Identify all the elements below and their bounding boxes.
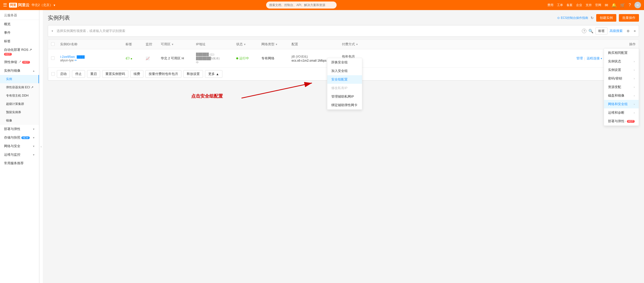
col-id-header[interactable]: 实例ID/名称 <box>60 42 126 47</box>
sidebar-group-header-storage[interactable]: 存储与快照 NEW ▼ <box>0 133 39 142</box>
left-context-menu: 辞换安全组 加入安全组 安全组配置 修改私有IP 管理辅助私网IP 绑定辅助弹性… <box>327 58 362 110</box>
search-button-icon[interactable]: 🔍 <box>588 29 593 33</box>
collapse-arrow-storage: ▼ <box>32 136 35 139</box>
nav-item-record[interactable]: 备案 <box>567 3 573 7</box>
region-selector[interactable]: 华北2（北京） ▾ <box>31 3 55 7</box>
left-menu-item-bind-nic[interactable]: 绑定辅助弹性网卡 <box>327 101 362 109</box>
row-zone-area: 华北 2 可用区 H <box>161 56 196 61</box>
sidebar-handle[interactable]: ‹ <box>39 10 43 283</box>
renew-bottom-button[interactable]: 续费 <box>130 70 143 78</box>
sidebar-group-header-instance-image[interactable]: 实例与镜像 ▲ <box>0 66 39 75</box>
col-status-header[interactable]: 状态 ▼ <box>236 42 261 47</box>
right-menu-item-resource[interactable]: 资源变配 › <box>604 83 639 91</box>
nav-item-ticket[interactable]: 工单 <box>557 3 563 7</box>
right-menu-item-instance-settings[interactable]: 实例设置 › <box>604 66 639 74</box>
right-menu-item-deploy-elastic[interactable]: 部署与弹性 › HOT <box>604 117 639 126</box>
sidebar-group-ops: 运维与监控 ▼ <box>0 150 39 159</box>
bottom-checkbox[interactable] <box>51 72 55 76</box>
create-instance-button[interactable]: 创建实例 <box>596 14 616 22</box>
user-initial: Ie <box>636 4 639 7</box>
col-payment-header[interactable]: 付费方式 ▼ <box>342 42 377 47</box>
left-menu-item-manage-aux-ip[interactable]: 管理辅助私网IP <box>327 92 362 101</box>
hamburger-menu[interactable]: ☰ <box>3 2 7 8</box>
left-menu-item-sg-config[interactable]: 安全组配置 <box>327 75 362 84</box>
page-title: 实例列表 <box>48 14 70 22</box>
convert-payment-button[interactable]: 按量付费转包年包月 <box>145 70 181 78</box>
restart-button[interactable]: 重启 <box>87 70 100 78</box>
search-help-icon[interactable]: ? <box>582 29 586 33</box>
right-menu-item-ops-diag[interactable]: 运维和诊断 › <box>604 108 639 117</box>
arrow-network: › <box>634 103 635 106</box>
logo-icon: 阿里 <box>9 3 17 8</box>
sidebar-item-image[interactable]: 镜像 <box>0 116 39 125</box>
sidebar-item-common-services[interactable]: 常用服务推荐 <box>0 159 39 168</box>
sidebar-collapse-icon: ‹ <box>41 145 42 148</box>
reset-password-button[interactable]: 重置实例密码 <box>102 70 128 78</box>
right-menu-item-buy-same[interactable]: 购买相同配置 <box>604 49 639 57</box>
sidebar-item-ddh[interactable]: 专有宿主机 DDH <box>0 92 39 100</box>
sidebar-item-events[interactable]: 事件 <box>0 28 39 37</box>
user-avatar[interactable]: Ie <box>634 2 641 8</box>
ops-manage-link[interactable]: 管理 <box>576 56 583 61</box>
email-icon[interactable]: ✉ <box>605 3 608 8</box>
filter-arrow-icon: ▼ <box>51 30 54 32</box>
nav-item-cost[interactable]: 费用 <box>547 3 553 7</box>
arrow-instance-status: › <box>634 60 635 63</box>
question-circle-icon: ⊙ <box>557 16 560 20</box>
sidebar-item-scaling[interactable]: 弹性伸缩 ↗ HOT <box>0 58 39 66</box>
tag-icon[interactable]: 🏷 <box>126 56 130 60</box>
nav-item-support[interactable]: 支持 <box>586 3 592 7</box>
edit-name-icon[interactable]: ✏ <box>74 59 77 62</box>
cart-icon[interactable]: 🛒 <box>620 3 625 8</box>
sidebar-group-header-network[interactable]: 网络与安全 ▼ <box>0 142 39 150</box>
sidebar-sub-instance-image: 实例 弹性容器实例 ECI ↗ 专有宿主机 DDH 超级计算集群 预留实例券 镜… <box>0 75 39 125</box>
column-settings-icon[interactable]: ⚙ <box>627 29 630 33</box>
right-menu-item-network-sg[interactable]: 网络和安全组 › <box>604 100 639 108</box>
instance-id-suffix: ████ <box>76 55 86 58</box>
nav-item-enterprise[interactable]: 企业 <box>576 3 582 7</box>
sidebar-item-eci[interactable]: 弹性容器实例 ECI ↗ <box>0 83 39 92</box>
bell-icon[interactable]: 🔔 <box>612 3 617 8</box>
nav-item-official[interactable]: 官网 <box>595 3 601 7</box>
more-bottom-button[interactable]: 更多 ▲ <box>205 70 222 78</box>
sidebar-item-instance[interactable]: 实例 <box>0 75 39 83</box>
instance-id-link[interactable]: i-2ze95wx ████ <box>60 55 126 59</box>
sidebar-item-reserved[interactable]: 预留实例券 <box>0 108 39 116</box>
ip-level-text: 中 <box>196 61 199 64</box>
sidebar-item-hpc[interactable]: 超级计算集群 <box>0 100 39 108</box>
sidebar-item-overview[interactable]: 概览 <box>0 20 39 28</box>
advanced-search-button[interactable]: 高级搜索 <box>610 29 623 33</box>
display-settings-icon[interactable]: ≡ <box>634 29 636 33</box>
row-checkbox[interactable] <box>51 56 55 60</box>
sidebar-group-header-deploy[interactable]: 部署与弹性 ▼ <box>0 125 39 133</box>
col-zone-header[interactable]: 可用区 ▼ <box>161 42 196 47</box>
status-running: 运行中 <box>236 56 261 61</box>
tag-filter-button[interactable]: 标签 <box>595 27 608 34</box>
right-menu-item-disk-image[interactable]: 磁盘和镜像 › <box>604 91 639 100</box>
left-menu-item-join-sg[interactable]: 加入安全组 <box>327 67 362 75</box>
table-header: 实例ID/名称 标签 监控 可用区 ▼ IP地址 <box>48 39 639 49</box>
nav-search-input[interactable] <box>266 2 337 9</box>
refresh-button[interactable]: ↻ <box>591 16 594 20</box>
nettype-sort-icon: ▼ <box>275 43 278 46</box>
left-menu-item-switch-sg[interactable]: 辞换安全组 <box>327 58 362 67</box>
guide-link[interactable]: ⊙ ECS控制台操作指南 <box>557 16 588 20</box>
select-all-checkbox[interactable] <box>51 42 55 46</box>
sidebar-group-header-ops[interactable]: 运维与监控 ▼ <box>0 150 39 159</box>
release-settings-button[interactable]: 释放设置 <box>183 70 203 78</box>
sidebar-item-tags[interactable]: 标签 <box>0 37 39 46</box>
stop-button[interactable]: 停止 <box>72 70 85 78</box>
question-icon[interactable]: ? <box>629 3 631 7</box>
col-nettype-header[interactable]: 网络类型 ▼ <box>261 42 292 47</box>
ops-remote-link[interactable]: 远程连接 ▾ <box>587 56 602 61</box>
col-ip-header: IP地址 <box>196 42 236 47</box>
collapse-arrow-network: ▼ <box>32 145 35 148</box>
sidebar-item-ros[interactable]: 自动化部署 ROS ↗ HOT <box>0 46 39 58</box>
batch-operation-button[interactable]: 批量操作 <box>619 14 639 22</box>
ip-level-area: 中 <box>196 60 236 64</box>
monitor-chart-icon[interactable]: 📈 <box>146 57 150 60</box>
page-header: 实例列表 ⊙ ECS控制台操作指南 ↻ 创建实例 批量操作 <box>48 14 639 22</box>
right-menu-item-password-key[interactable]: 密码/密钥 › <box>604 74 639 83</box>
start-button[interactable]: 启动 <box>57 70 70 78</box>
right-menu-item-instance-status[interactable]: 实例状态 › <box>604 57 639 66</box>
